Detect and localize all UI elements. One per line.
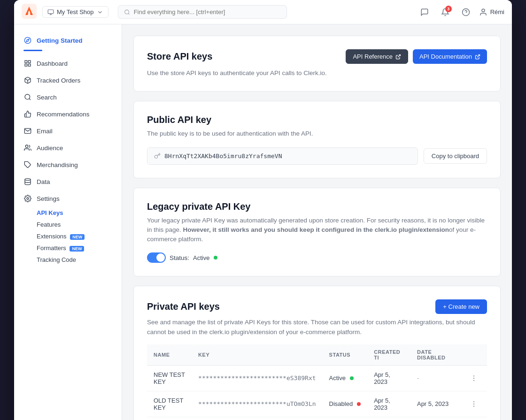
bell-button[interactable]: 3 — [438, 5, 453, 20]
svg-point-15 — [25, 145, 28, 147]
sidebar-sub-features[interactable]: Features — [14, 219, 122, 230]
more-options-button[interactable] — [467, 372, 480, 385]
sidebar-label-recommendations: Recommendations — [37, 111, 90, 118]
svg-point-20 — [473, 378, 474, 379]
copy-to-clipboard-button[interactable]: Copy to clipboard — [424, 148, 487, 164]
sidebar-sub-label-tracking-code: Tracking Code — [37, 256, 76, 263]
create-new-button[interactable]: + Create new — [435, 299, 487, 314]
store-name: My Test Shop — [57, 8, 94, 15]
sidebar-sub-api-keys[interactable]: API Keys — [14, 207, 122, 219]
svg-point-21 — [473, 380, 474, 381]
sidebar-sub-label-api-keys: API Keys — [37, 209, 63, 216]
more-icon — [470, 374, 478, 382]
key-icon — [154, 153, 161, 159]
tag-icon — [23, 160, 32, 169]
sidebar-sub-label-formatters: Formatters — [37, 244, 66, 252]
svg-point-24 — [473, 405, 474, 406]
sidebar-item-search[interactable]: Search — [14, 89, 122, 106]
public-api-key-card: Public API key The public key is to be u… — [133, 101, 501, 178]
sidebar-item-audience[interactable]: Audience — [14, 139, 122, 156]
key-status-cell: Disabled — [323, 417, 368, 420]
sidebar-item-recommendations[interactable]: Recommendations — [14, 106, 122, 122]
formatters-badge: NEW — [70, 246, 84, 252]
col-created: CREATED TI — [367, 344, 410, 366]
sidebar-label-merchandising: Merchandising — [37, 161, 78, 168]
svg-point-22 — [473, 401, 474, 402]
svg-point-4 — [124, 10, 129, 14]
sidebar-item-email[interactable]: Email — [14, 122, 122, 139]
key-value-cell: ************************6t0uXavB — [192, 417, 322, 420]
search-nav-icon — [23, 93, 32, 101]
more-options-button[interactable] — [467, 397, 480, 411]
sidebar-sub-extensions[interactable]: Extensions NEW — [14, 230, 122, 242]
key-date-disabled-cell: Apr 5, 2023 — [410, 417, 461, 420]
svg-point-17 — [25, 178, 31, 180]
store-selector[interactable]: My Test Shop — [42, 6, 108, 18]
main-layout: Getting Started Dashboard T — [14, 24, 512, 420]
svg-rect-3 — [48, 9, 54, 13]
api-reference-button[interactable]: API Reference — [346, 49, 408, 64]
store-api-keys-actions: API Reference API Documentation — [346, 49, 487, 64]
store-api-keys-header: Store API keys API Reference API Documen… — [147, 49, 487, 64]
svg-point-14 — [25, 94, 30, 99]
app-window: My Test Shop 3 — [14, 0, 512, 420]
sidebar-label-search: Search — [37, 94, 57, 101]
key-created-cell: Apr 5, 2023 — [367, 365, 410, 391]
topbar: My Test Shop 3 — [14, 0, 512, 24]
svg-rect-10 — [28, 61, 31, 63]
sidebar-label-audience: Audience — [37, 145, 63, 152]
email-icon — [23, 127, 32, 135]
svg-point-7 — [24, 37, 31, 43]
sidebar-sub-formatters[interactable]: Formatters NEW — [14, 242, 122, 254]
public-api-key-box: 8HrnXqTt2XAKb4Bo5imru8zYrafsmeVN — [147, 147, 418, 165]
col-name: NAME — [147, 344, 192, 366]
store-api-keys-title: Store API keys — [147, 51, 212, 62]
key-more-cell — [461, 391, 487, 417]
user-name: Rémi — [490, 8, 504, 15]
key-created-cell: Apr 5, 2023 — [367, 417, 410, 420]
key-date-disabled-cell: - — [410, 365, 461, 391]
api-docs-button[interactable]: API Documentation — [413, 49, 487, 64]
search-input[interactable] — [134, 8, 281, 15]
public-key-value: 8HrnXqTt2XAKb4Bo5imru8zYrafsmeVN — [164, 153, 282, 160]
notification-badge: 3 — [445, 6, 452, 12]
sidebar-item-dashboard[interactable]: Dashboard — [14, 55, 122, 72]
svg-marker-8 — [26, 39, 29, 42]
key-status-cell: Active — [323, 365, 368, 391]
sidebar-item-merchandising[interactable]: Merchandising — [14, 156, 122, 173]
store-api-keys-card: Store API keys API Reference API Documen… — [133, 36, 501, 92]
active-indicator — [23, 50, 42, 51]
sidebar-item-tracked-orders[interactable]: Tracked Orders — [14, 72, 122, 89]
sidebar-label-dashboard: Dashboard — [37, 60, 68, 67]
key-name-cell: NEW TEST KEY — [147, 365, 192, 391]
key-name-cell: OLD TEST KEY — [147, 391, 192, 417]
user-button[interactable]: Rémi — [479, 8, 504, 16]
svg-rect-11 — [28, 64, 31, 66]
external-link-docs-icon — [475, 54, 480, 60]
key-more-cell — [461, 365, 487, 391]
chat-button[interactable] — [417, 5, 432, 20]
private-api-keys-header: Private API keys + Create new — [147, 299, 487, 314]
extensions-badge: NEW — [70, 234, 85, 240]
legacy-api-key-card: Legacy private API Key Your legacy priva… — [133, 188, 501, 277]
sidebar-item-data[interactable]: Data — [14, 173, 122, 190]
table-row: NEW TEST KEY ************************eS3… — [147, 365, 487, 391]
more-icon — [470, 400, 478, 408]
grid-icon — [23, 59, 32, 68]
status-toggle[interactable] — [147, 252, 166, 263]
package-icon — [23, 76, 32, 84]
sidebar-item-settings[interactable]: Settings — [14, 190, 122, 207]
topbar-actions: 3 Rémi — [417, 5, 504, 20]
help-button[interactable] — [458, 5, 473, 20]
status-dot — [357, 402, 361, 406]
svg-rect-9 — [25, 61, 27, 63]
sidebar-sub-label-extensions: Extensions — [37, 233, 67, 240]
sidebar-item-getting-started[interactable]: Getting Started — [14, 32, 122, 49]
search-icon — [124, 9, 130, 15]
col-date-disabled: DATE DISABLED — [410, 344, 461, 366]
legacy-status-row: Status: Active — [147, 252, 487, 263]
sidebar-sub-tracking-code[interactable]: Tracking Code — [14, 254, 122, 266]
col-status: STATUS — [323, 344, 368, 366]
svg-point-23 — [473, 404, 474, 405]
status-label: Status: — [170, 254, 189, 261]
